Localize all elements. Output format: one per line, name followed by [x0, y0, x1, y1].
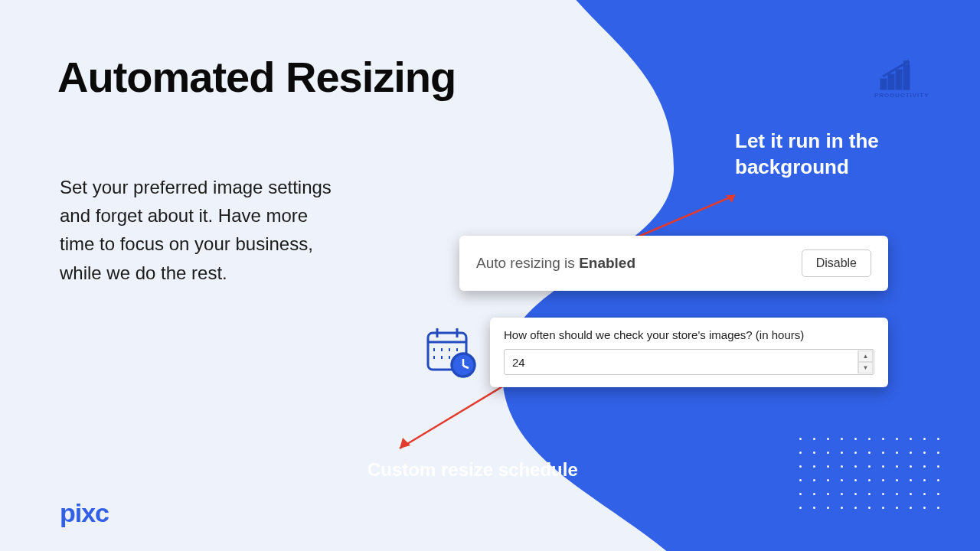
- stepper-down-icon[interactable]: ▼: [858, 362, 873, 373]
- productivity-icon: PRODUCTIVITY: [874, 60, 920, 99]
- arrow-down-icon: [389, 375, 519, 459]
- page-description: Set your preferred image settings and fo…: [60, 173, 335, 287]
- status-prefix: Auto resizing is: [476, 255, 579, 271]
- calendar-clock-icon: [425, 325, 479, 382]
- svg-marker-22: [400, 438, 410, 448]
- callout-custom-schedule: Custom resize schedule: [368, 459, 578, 481]
- schedule-question: How often should we check your store's i…: [504, 328, 874, 341]
- schedule-hours-input[interactable]: [504, 349, 874, 375]
- auto-resize-status-text: Auto resizing is Enabled: [476, 255, 635, 272]
- schedule-panel: How often should we check your store's i…: [490, 318, 888, 387]
- svg-rect-3: [904, 66, 909, 89]
- svg-rect-2: [897, 70, 901, 89]
- callout-run-background: Let it run in the background: [735, 129, 926, 181]
- productivity-label: PRODUCTIVITY: [874, 92, 920, 99]
- status-state: Enabled: [579, 255, 635, 271]
- marketing-slide: Automated Resizing Set your preferred im…: [0, 0, 980, 551]
- svg-line-21: [400, 381, 511, 448]
- auto-resize-status-panel: Auto resizing is Enabled Disable: [459, 236, 888, 291]
- decorative-dot-grid: [793, 432, 945, 514]
- brand-logo: pixc: [60, 498, 109, 528]
- number-stepper[interactable]: ▲ ▼: [858, 350, 873, 373]
- svg-rect-1: [889, 75, 893, 89]
- disable-button[interactable]: Disable: [802, 249, 871, 277]
- page-title: Automated Resizing: [57, 52, 456, 102]
- stepper-up-icon[interactable]: ▲: [858, 350, 873, 362]
- svg-rect-0: [881, 80, 886, 89]
